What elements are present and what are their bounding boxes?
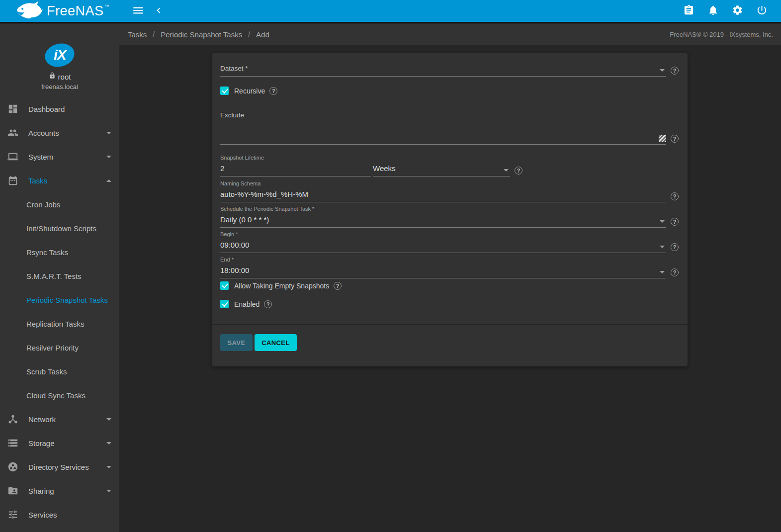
- form-divider: [212, 324, 688, 325]
- dashboard-icon: [7, 103, 19, 115]
- lifetime-unit-select[interactable]: Weeks: [373, 163, 510, 177]
- sidebar-item-accounts[interactable]: Accounts: [0, 121, 119, 145]
- begin-help-icon[interactable]: [671, 243, 679, 251]
- naming-schema-fields: [220, 188, 680, 202]
- ix-logo-text: iX: [54, 47, 66, 63]
- sidebar-item-storage[interactable]: Storage: [0, 431, 119, 455]
- bell-icon: [707, 4, 719, 17]
- enabled-help-icon[interactable]: [264, 300, 272, 308]
- logged-in-user: root: [58, 73, 71, 81]
- toolbar: [119, 0, 781, 22]
- schedule-help-icon[interactable]: [671, 218, 679, 226]
- hostname: freenas.local: [0, 83, 119, 90]
- brand-text: FreeNAS: [47, 3, 104, 19]
- end-fields: 18:00:00: [220, 265, 680, 278]
- gear-icon: [732, 4, 743, 17]
- user-line: root: [0, 72, 119, 82]
- cancel-button[interactable]: CANCEL: [255, 334, 297, 351]
- chevron-down-icon: [106, 466, 111, 468]
- end-help-icon[interactable]: [671, 268, 679, 276]
- end-select[interactable]: 18:00:00: [220, 265, 666, 278]
- exclude-help-icon[interactable]: [671, 135, 679, 143]
- sidebar-item-cloud-sync-tasks[interactable]: Cloud Sync Tasks: [0, 383, 119, 407]
- copyright-text: FreeNAS® © 2019 - iXsystems, Inc.: [670, 31, 773, 38]
- sidebar-item-replication-tasks[interactable]: Replication Tasks: [0, 312, 119, 336]
- chevron-down-icon: [660, 246, 665, 248]
- lifetime-fields: Weeks: [220, 163, 680, 177]
- breadcrumb-separator: /: [248, 30, 250, 38]
- enabled-checkbox[interactable]: [220, 300, 229, 308]
- power-icon: [756, 4, 768, 17]
- task-manager-button[interactable]: [682, 4, 695, 17]
- sidebar-item-tasks[interactable]: Tasks: [0, 169, 119, 192]
- schedule-value: Daily (0 0 * * *): [220, 215, 269, 224]
- schedule-select[interactable]: Daily (0 0 * * *): [220, 214, 666, 228]
- breadcrumb-separator: /: [153, 30, 155, 38]
- breadcrumb-periodic-snapshot-tasks[interactable]: Periodic Snapshot Tasks: [161, 30, 242, 39]
- sidebar-item-cron-jobs[interactable]: Cron Jobs: [0, 192, 119, 216]
- lifetime-value-field[interactable]: [220, 163, 371, 177]
- sidebar-item-rsync-tasks[interactable]: Rsync Tasks: [0, 240, 119, 264]
- end-value: 18:00:00: [220, 266, 249, 274]
- sidebar-item-resilver-priority[interactable]: Resilver Priority: [0, 336, 119, 359]
- naming-schema-help-icon[interactable]: [671, 192, 679, 200]
- exclude-label-row: Exclude: [220, 111, 680, 119]
- sidebar-item-init-shutdown-scripts[interactable]: Init/Shutdown Scripts: [0, 216, 119, 240]
- recursive-row: Recursive: [220, 87, 277, 95]
- sidebar-item-network[interactable]: Network: [0, 407, 119, 431]
- menu-toggle-button[interactable]: [132, 4, 145, 17]
- lifetime-label: Snapshot Lifetime: [220, 155, 264, 161]
- dataset-label: Dataset *: [220, 65, 248, 72]
- power-button[interactable]: [755, 4, 768, 17]
- allow-empty-snapshots-checkbox[interactable]: [220, 281, 229, 290]
- sidebar-item-smart-tests[interactable]: S.M.A.R.T. Tests: [0, 264, 119, 288]
- begin-label: Begin *: [220, 231, 238, 237]
- lifetime-unit-value: Weeks: [373, 164, 396, 173]
- settings-button[interactable]: [731, 4, 744, 17]
- content-area: Dataset * Recursive Exclude: [119, 45, 781, 532]
- recursive-help-icon[interactable]: [269, 87, 277, 95]
- tune-icon: [7, 509, 19, 521]
- brand-area: FreeNAS ™: [0, 0, 119, 22]
- chevron-down-icon: [106, 132, 111, 134]
- device-hub-icon: [7, 413, 19, 425]
- dataset-row: Dataset *: [220, 64, 680, 77]
- sidebar: iX root freenas.local Dashboard Accounts: [0, 24, 119, 532]
- save-button[interactable]: SAVE: [220, 334, 253, 351]
- schedule-fields: Daily (0 0 * * *): [220, 214, 680, 228]
- sidebar-item-dashboard[interactable]: Dashboard: [0, 97, 119, 121]
- chevron-down-icon: [504, 169, 509, 172]
- breadcrumb-tasks[interactable]: Tasks: [128, 30, 147, 39]
- breadcrumb-bar: Tasks / Periodic Snapshot Tasks / Add Fr…: [119, 24, 781, 45]
- naming-schema-input[interactable]: [220, 190, 666, 198]
- exclude-textarea[interactable]: [220, 123, 666, 145]
- sidebar-item-periodic-snapshot-tasks[interactable]: Periodic Snapshot Tasks: [0, 288, 119, 312]
- begin-fields: 09:00:00: [220, 239, 680, 253]
- sidebar-item-directory-services[interactable]: Directory Services: [0, 455, 119, 479]
- sidebar-item-scrub-tasks[interactable]: Scrub Tasks: [0, 359, 119, 383]
- dataset-select[interactable]: Dataset *: [220, 64, 666, 77]
- storage-icon: [7, 437, 19, 449]
- chevron-down-icon: [106, 156, 111, 158]
- lifetime-help-icon[interactable]: [515, 167, 522, 175]
- lifetime-value-input[interactable]: [220, 164, 371, 173]
- recursive-checkbox[interactable]: [220, 87, 229, 95]
- recursive-label: Recursive: [234, 87, 265, 95]
- resize-grip-icon[interactable]: [659, 135, 666, 142]
- toolbar-right: [682, 4, 768, 17]
- folder-shared-icon: [7, 485, 19, 497]
- back-button[interactable]: [152, 4, 165, 17]
- chevron-down-icon: [106, 490, 111, 492]
- begin-select[interactable]: 09:00:00: [220, 239, 666, 253]
- naming-schema-field[interactable]: [220, 188, 666, 202]
- sidebar-item-sharing[interactable]: Sharing: [0, 479, 119, 503]
- sidebar-item-system[interactable]: System: [0, 145, 119, 169]
- begin-row: Begin * 09:00:00: [220, 229, 680, 253]
- sidebar-item-services[interactable]: Services: [0, 503, 119, 527]
- allow-empty-help-icon[interactable]: [334, 282, 342, 290]
- allow-empty-snapshots-label: Allow Taking Empty Snapshots: [234, 282, 329, 290]
- breadcrumb: Tasks / Periodic Snapshot Tasks / Add: [128, 30, 269, 39]
- allow-empty-row: Allow Taking Empty Snapshots: [220, 281, 342, 290]
- notifications-button[interactable]: [706, 4, 719, 17]
- dataset-help-icon[interactable]: [671, 67, 679, 75]
